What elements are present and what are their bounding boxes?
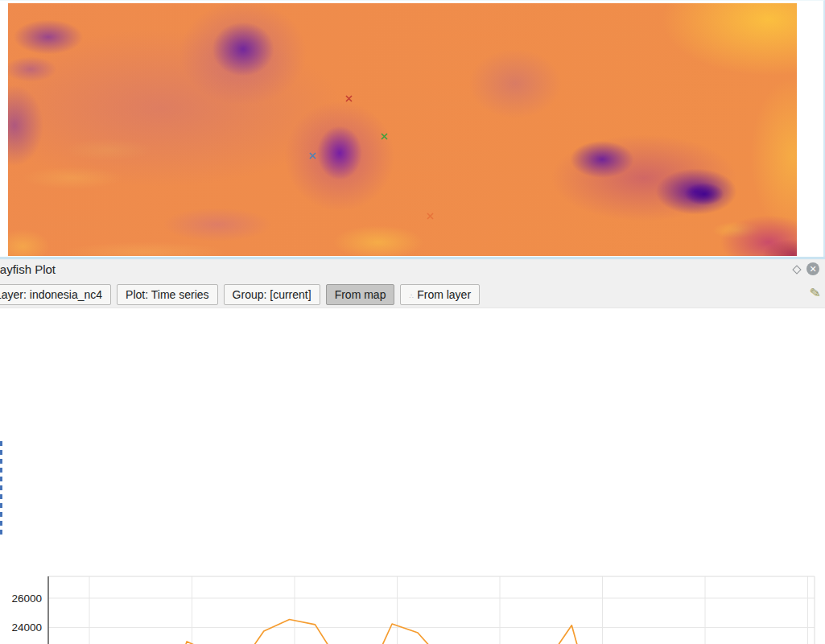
map-marker-orange-point xyxy=(427,208,434,216)
time-series-chart: 2600024000220002000018000160001400012000… xyxy=(0,567,825,644)
crayfish-plot-panel: Crayfish Plot ✕ Layer: indonesia_nc4 Plo… xyxy=(0,257,825,644)
map-canvas[interactable] xyxy=(0,0,825,257)
from-layer-icon: ∴ xyxy=(409,292,415,300)
plot-toolbar: Layer: indonesia_nc4 Plot: Time series G… xyxy=(0,281,825,308)
group-select-button[interactable]: Group: [current] xyxy=(224,284,320,305)
y-tick-label: 26000 xyxy=(11,592,42,605)
float-panel-icon[interactable] xyxy=(792,265,801,274)
map-marker-blue-point xyxy=(309,148,316,155)
raster-layer-indonesia xyxy=(8,3,797,256)
y-tick-label: 24000 xyxy=(11,621,42,634)
panel-titlebar[interactable]: Crayfish Plot ✕ xyxy=(0,259,825,281)
layer-select-button[interactable]: Layer: indonesia_nc4 xyxy=(0,284,111,305)
plot-type-button[interactable]: Plot: Time series xyxy=(117,284,217,305)
chart-canvas: 2600024000220002000018000160001400012000… xyxy=(0,567,825,644)
y-axis-title-clipped xyxy=(0,441,2,538)
application-window: Crayfish Plot ✕ Layer: indonesia_nc4 Plo… xyxy=(0,0,825,644)
from-map-button[interactable]: From map xyxy=(326,284,395,305)
pencil-cursor-icon: ✎ xyxy=(808,284,821,301)
close-panel-icon[interactable]: ✕ xyxy=(806,262,819,275)
from-layer-button[interactable]: ∴From layer xyxy=(400,284,480,305)
panel-title: Crayfish Plot xyxy=(0,262,56,276)
map-marker-red-point xyxy=(345,91,353,98)
map-marker-green-point xyxy=(381,129,388,136)
